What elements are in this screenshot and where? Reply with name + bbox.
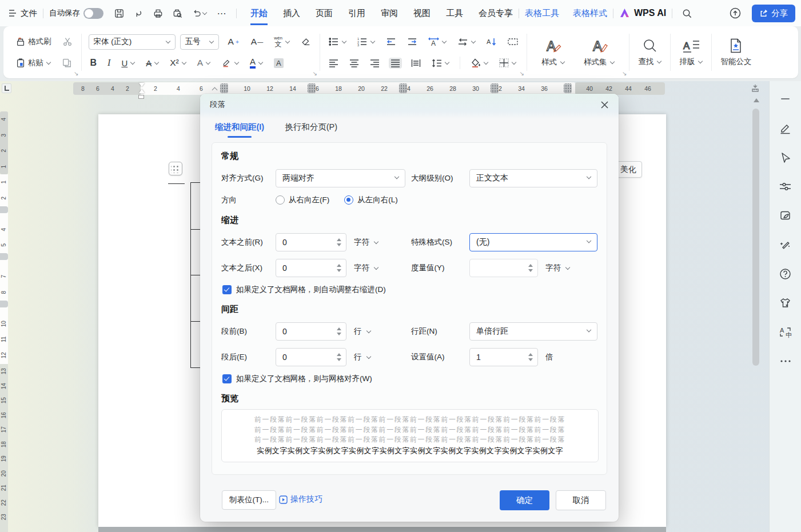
wps-ai-button[interactable]: WPS AI xyxy=(619,8,666,18)
auto-adjust-right-indent-checkbox[interactable] xyxy=(222,285,232,294)
tips-link[interactable]: 操作技巧 xyxy=(279,494,322,505)
shading-button[interactable] xyxy=(469,57,490,69)
scrollbar-thumb[interactable] xyxy=(752,109,759,366)
search-button[interactable] xyxy=(678,5,695,22)
tab-table-tools[interactable]: 表格工具 xyxy=(525,8,559,19)
justify-button[interactable] xyxy=(389,58,402,69)
paste-button[interactable]: 粘贴 xyxy=(14,57,53,69)
layout-button[interactable]: A 排版 xyxy=(672,29,710,75)
space-after-spinner[interactable]: 0 xyxy=(276,348,346,366)
styleset-button[interactable]: A 样式集 xyxy=(576,29,623,75)
decrease-font-button[interactable]: A— xyxy=(249,35,265,48)
numbered-list-button[interactable]: 123 xyxy=(356,36,377,47)
group-expander-icon[interactable]: ↘ xyxy=(622,70,627,77)
first-line-indent-marker[interactable] xyxy=(139,83,145,87)
superscript-button[interactable]: X² xyxy=(168,57,188,69)
smart-doc-button[interactable]: 智能公文 xyxy=(713,29,759,75)
set-value-spinner[interactable]: 1 xyxy=(469,348,538,366)
strikethrough-button[interactable]: A xyxy=(144,57,161,69)
find-button[interactable]: 查找 xyxy=(631,29,669,75)
increase-indent-button[interactable] xyxy=(405,36,419,47)
before-text-unit-select[interactable]: 字符 xyxy=(354,237,378,247)
more-commands-button[interactable]: ⋯ xyxy=(213,5,230,22)
after-text-unit-select[interactable]: 字符 xyxy=(354,263,378,273)
dialog-close-button[interactable] xyxy=(598,98,611,111)
line-spacing-select[interactable]: 单倍行距 xyxy=(469,322,597,341)
spinner-arrows[interactable] xyxy=(528,353,533,361)
ok-button[interactable]: 确定 xyxy=(500,490,549,510)
material-library-icon[interactable] xyxy=(779,209,792,222)
spinner-arrows[interactable] xyxy=(337,353,341,361)
ink-pen-icon[interactable] xyxy=(779,122,792,134)
line-spacing-button[interactable] xyxy=(430,58,451,69)
hanging-indent-marker[interactable] xyxy=(139,89,145,93)
autosave-toggle[interactable] xyxy=(83,8,103,19)
snap-to-grid-checkbox[interactable] xyxy=(222,374,232,383)
group-expander-icon[interactable]: ↘ xyxy=(312,70,317,77)
more-tools-icon[interactable] xyxy=(779,355,792,367)
tab-tools[interactable]: 工具 xyxy=(446,2,463,25)
char-scale-button[interactable]: A xyxy=(427,36,448,48)
settings-sliders-icon[interactable] xyxy=(779,180,792,193)
table-column-marker[interactable] xyxy=(399,83,407,93)
tab-review[interactable]: 审阅 xyxy=(381,2,398,25)
sort-button[interactable]: A xyxy=(485,36,499,47)
export-button[interactable] xyxy=(130,5,147,22)
collapse-line-icon[interactable] xyxy=(779,93,792,105)
align-left-button[interactable] xyxy=(327,58,340,69)
tab-reference[interactable]: 引用 xyxy=(348,2,365,25)
tab-table-style[interactable]: 表格样式 xyxy=(573,8,607,19)
measure-unit-select[interactable]: 字符 xyxy=(545,263,570,273)
show-marks-button[interactable] xyxy=(506,37,520,47)
share-button[interactable]: 分享 xyxy=(752,5,795,22)
copy-button[interactable] xyxy=(60,57,74,69)
tab-view[interactable]: 视图 xyxy=(413,2,431,25)
tab-membership[interactable]: 会员专享 xyxy=(479,2,513,25)
underline-button[interactable]: U xyxy=(119,57,137,69)
pinyin-guide-button[interactable]: wén文 xyxy=(272,35,292,49)
before-text-spinner[interactable]: 0 xyxy=(276,233,346,251)
skin-theme-icon[interactable] xyxy=(779,297,792,309)
ltr-radio[interactable] xyxy=(344,195,353,205)
font-color-button[interactable]: A xyxy=(248,56,265,70)
help-icon[interactable] xyxy=(779,267,792,280)
tab-insert[interactable]: 插入 xyxy=(283,2,300,25)
tab-stops-button[interactable]: 制表位(T)... xyxy=(222,490,276,510)
align-center-button[interactable] xyxy=(348,58,361,69)
ruler-toggle-icon[interactable] xyxy=(751,84,760,92)
measure-spinner[interactable] xyxy=(469,259,538,277)
undo-button[interactable] xyxy=(188,5,211,22)
char-shading-button[interactable]: A xyxy=(272,57,285,69)
distribute-button[interactable] xyxy=(409,58,423,69)
cancel-button[interactable]: 取消 xyxy=(556,490,606,510)
special-format-select[interactable]: (无) xyxy=(469,233,597,251)
bold-button[interactable]: B xyxy=(89,57,99,69)
outline-level-select[interactable]: 正文文本 xyxy=(469,169,597,187)
upload-cloud-button[interactable] xyxy=(727,5,744,22)
tab-indent-spacing[interactable]: 缩进和间距(I) xyxy=(214,118,265,138)
bullet-list-button[interactable] xyxy=(327,36,348,47)
increase-font-button[interactable]: A＋ xyxy=(226,35,242,48)
align-right-button[interactable] xyxy=(368,58,381,69)
print-preview-button[interactable] xyxy=(169,5,186,22)
after-text-spinner[interactable]: 0 xyxy=(276,259,346,277)
highlight-button[interactable] xyxy=(220,57,241,69)
spinner-arrows[interactable] xyxy=(337,264,341,272)
scrollbar-up-arrow[interactable] xyxy=(754,98,759,102)
table-row-marker[interactable] xyxy=(0,206,8,213)
table-column-marker[interactable] xyxy=(220,83,228,93)
left-indent-marker[interactable] xyxy=(138,95,144,99)
group-expander-icon[interactable]: ↘ xyxy=(74,70,78,77)
space-before-spinner[interactable]: 0 xyxy=(276,322,346,341)
text-effects-button[interactable]: A xyxy=(196,57,212,69)
font-size-select[interactable]: 五号 xyxy=(180,34,219,50)
select-cursor-icon[interactable] xyxy=(779,151,792,163)
magic-wand-icon[interactable] xyxy=(779,238,792,251)
font-name-select[interactable]: 宋体 (正文) xyxy=(89,34,176,50)
rtl-radio[interactable] xyxy=(276,195,285,205)
spinner-arrows[interactable] xyxy=(337,327,341,335)
italic-button[interactable]: I xyxy=(106,57,112,69)
alignment-select[interactable]: 两端对齐 xyxy=(276,169,405,187)
tab-page[interactable]: 页面 xyxy=(316,2,333,25)
translate-icon[interactable]: A中 xyxy=(779,326,792,338)
